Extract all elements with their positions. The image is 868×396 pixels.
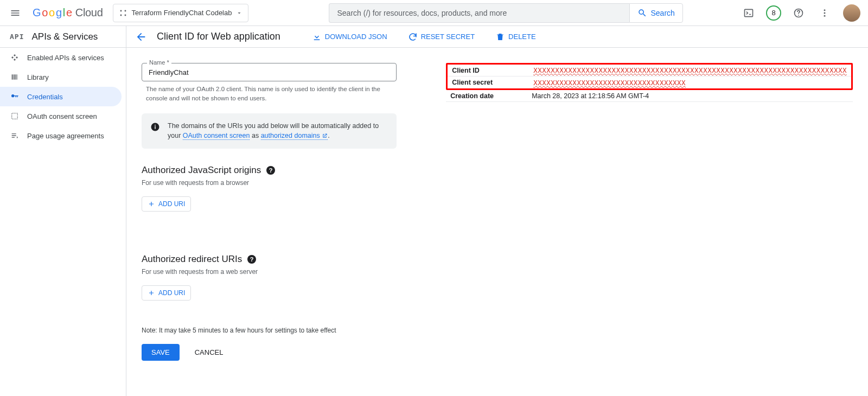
sidebar: API APIs & Services Enabled APIs & servi… <box>0 26 126 396</box>
svg-point-3 <box>124 14 126 16</box>
consent-icon <box>10 111 20 121</box>
add-redirect-uri-button[interactable]: ADD URI <box>142 285 191 301</box>
name-label: Name * <box>147 59 171 66</box>
hamburger-menu-icon[interactable] <box>4 2 26 24</box>
svg-rect-11 <box>155 126 156 129</box>
search-input[interactable]: Search (/) for resources, docs, products… <box>329 3 629 23</box>
svg-point-0 <box>120 10 122 11</box>
client-secret-value[interactable]: XXXXXXXXXXXXXXXXXXXXXXXXXXXXXXXXXXX <box>533 79 686 87</box>
client-id-value[interactable]: XXXXXXXXXXXXXXXXXXXXXXXXXXXXXXXXXXXXXXXX… <box>533 66 847 74</box>
save-button[interactable]: SAVE <box>142 344 180 361</box>
client-id-label: Client ID <box>452 67 533 74</box>
svg-point-6 <box>824 9 826 11</box>
redirect-uris-subtitle: For use with requests from a web server <box>142 268 446 276</box>
creation-date-label: Creation date <box>450 92 532 100</box>
sidebar-item-label: Enabled APIs & services <box>27 54 104 62</box>
client-id-row: Client ID XXXXXXXXXXXXXXXXXXXXXXXXXXXXXX… <box>448 65 851 76</box>
oauth-consent-link[interactable]: OAuth consent screen <box>183 132 250 140</box>
svg-point-12 <box>155 124 156 125</box>
help-tooltip-icon[interactable]: ? <box>266 166 275 175</box>
client-secret-label: Client secret <box>452 79 533 86</box>
add-js-origin-button[interactable]: ADD URI <box>142 196 191 212</box>
plus-icon <box>148 200 155 208</box>
google-cloud-logo[interactable]: Google Cloud <box>33 7 103 19</box>
reset-secret-button[interactable]: RESET SECRET <box>403 29 480 45</box>
main-content: Client ID for Web application DOWNLOAD J… <box>126 26 868 396</box>
download-icon <box>312 32 322 42</box>
sidebar-item-label: Library <box>27 73 49 81</box>
info-icon <box>150 122 160 132</box>
trash-icon <box>495 32 505 42</box>
redirect-uris-title: Authorized redirect URIs ? <box>142 254 446 265</box>
delete-button[interactable]: DELETE <box>490 29 541 45</box>
client-info-highlight: Client ID XXXXXXXXXXXXXXXXXXXXXXXXXXXXXX… <box>446 63 853 90</box>
account-avatar[interactable] <box>843 4 860 22</box>
external-link-icon <box>322 133 328 139</box>
svg-point-7 <box>824 12 826 14</box>
download-json-button[interactable]: DOWNLOAD JSON <box>307 29 393 45</box>
project-picker[interactable]: Terraform FriendlyChat Codelab <box>113 4 249 22</box>
settings-note: Note: It may take 5 minutes to a few hou… <box>142 327 446 334</box>
search-icon <box>637 8 647 18</box>
search-button[interactable]: Search <box>629 3 682 23</box>
sidebar-item-page-usage[interactable]: Page usage agreements <box>0 126 126 145</box>
back-button[interactable] <box>135 31 147 43</box>
sidebar-item-label: OAuth consent screen <box>27 112 97 120</box>
client-secret-row: Client secret XXXXXXXXXXXXXXXXXXXXXXXXXX… <box>448 76 851 88</box>
sidebar-item-label: Page usage agreements <box>27 132 104 140</box>
agreement-icon <box>10 131 20 140</box>
cancel-button[interactable]: CANCEL <box>189 344 229 361</box>
name-help-text: The name of your OAuth 2.0 client. This … <box>146 85 385 104</box>
cloud-shell-icon[interactable] <box>738 2 760 24</box>
svg-rect-9 <box>12 113 18 119</box>
sidebar-item-oauth-consent[interactable]: OAuth consent screen <box>0 106 126 126</box>
free-trial-badge[interactable]: 8 <box>766 5 781 21</box>
svg-rect-4 <box>745 9 753 16</box>
js-origins-title: Authorized JavaScript origins ? <box>142 165 446 176</box>
diamond-icon <box>10 53 20 62</box>
info-banner: The domains of the URIs you add below wi… <box>142 113 397 149</box>
creation-date-row: Creation date March 28, 2023 at 12:18:56… <box>446 90 853 102</box>
sidebar-item-enabled-apis[interactable]: Enabled APIs & services <box>0 48 126 67</box>
sidebar-title[interactable]: API APIs & Services <box>0 26 126 48</box>
page-title: Client ID for Web application <box>157 31 280 42</box>
chevron-down-icon <box>236 10 242 16</box>
help-icon[interactable] <box>788 2 809 24</box>
refresh-icon <box>408 32 418 42</box>
library-icon <box>10 72 20 82</box>
sidebar-item-label: Credentials <box>27 93 63 101</box>
name-input[interactable] <box>142 63 397 81</box>
svg-point-1 <box>124 10 126 11</box>
creation-date-value: March 28, 2023 at 12:18:56 AM GMT-4 <box>532 92 649 100</box>
help-tooltip-icon[interactable]: ? <box>247 255 256 264</box>
page-header: Client ID for Web application DOWNLOAD J… <box>126 26 868 48</box>
svg-point-8 <box>824 15 826 16</box>
project-name: Terraform FriendlyChat Codelab <box>132 9 232 17</box>
key-icon <box>10 92 20 101</box>
more-menu-icon[interactable] <box>814 2 835 24</box>
svg-point-2 <box>120 14 122 16</box>
search-bar: Search (/) for resources, docs, products… <box>329 3 682 23</box>
sidebar-item-library[interactable]: Library <box>0 67 126 87</box>
top-bar: Google Cloud Terraform FriendlyChat Code… <box>0 0 868 26</box>
authorized-domains-link[interactable]: authorized domains <box>261 132 328 140</box>
sidebar-item-credentials[interactable]: Credentials <box>0 87 122 106</box>
js-origins-subtitle: For use with requests from a browser <box>142 179 446 187</box>
plus-icon <box>148 289 155 297</box>
name-field: Name * <box>142 63 446 81</box>
api-icon: API <box>10 33 24 41</box>
project-icon <box>119 9 127 17</box>
